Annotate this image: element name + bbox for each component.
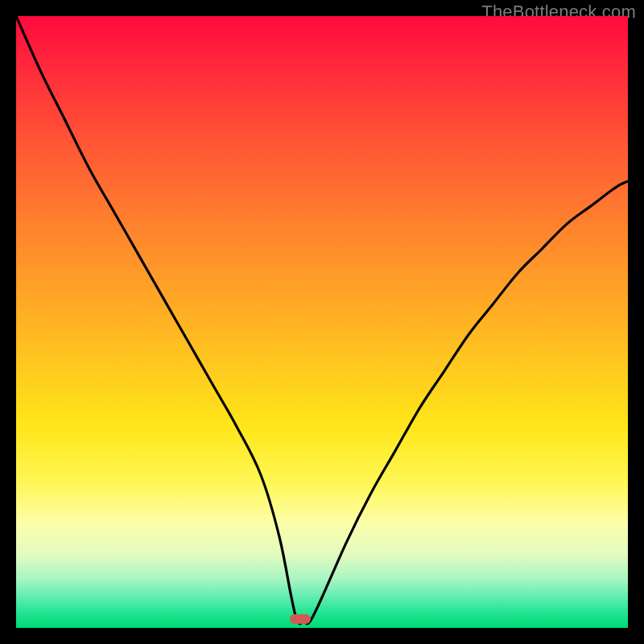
gradient-plot-area	[16, 16, 628, 628]
bottleneck-curve	[16, 16, 628, 628]
chart-frame: TheBottleneck.com	[0, 0, 644, 644]
curve-path	[16, 16, 628, 624]
optimal-marker	[290, 614, 311, 624]
